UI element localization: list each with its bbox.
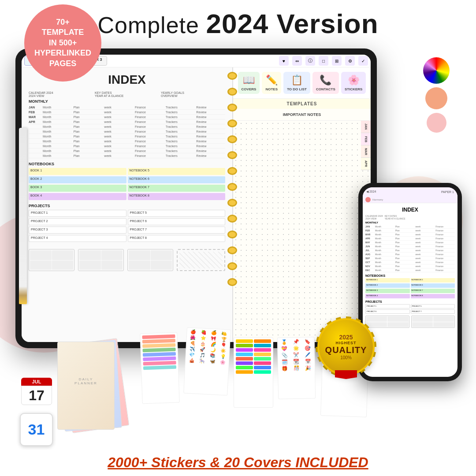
table-row: MonthPlanweekFinanceTrackersReview <box>29 153 225 158</box>
list-item: BOOK 3 <box>29 185 126 192</box>
list-item: NOTEBOOK 7 <box>128 185 226 192</box>
covers-tab[interactable]: 📖 COVERS <box>238 72 260 94</box>
table-row: MonthPlanweekFinanceTrackersReview <box>29 144 225 149</box>
list-item: NOTEBOOK 5 <box>128 168 226 175</box>
google-cal-number: 31 <box>28 421 45 438</box>
list-item: PROJECT 1 <box>29 210 126 217</box>
month-tab-mar[interactable]: MAR <box>361 145 371 158</box>
notes-tab[interactable]: ✏️ NOTES <box>262 72 281 94</box>
todo-tab[interactable]: 📋 TO DO LIST <box>283 72 310 94</box>
book-icon: 📖 <box>243 74 255 86</box>
list-item: PROJECT 8 <box>128 235 226 242</box>
badge-ribbon <box>335 370 357 379</box>
month-tab-apr[interactable]: APR <box>361 158 371 170</box>
toolbar-icons: ♥ ⇔ ⓘ □ ⊞ ⚙ ✓ <box>279 56 368 66</box>
month-tab-jan[interactable]: JAN <box>361 121 371 133</box>
icon-tabs-row: 📖 COVERS ✏️ NOTES 📋 TO DO LIST 📞 <box>233 67 371 99</box>
list-item: BOOK 2 <box>29 176 126 183</box>
projects-label: PROJECTS <box>29 204 225 208</box>
stickers-label: STICKERS <box>345 87 362 91</box>
projects-grid: PROJECT 1 PROJECT 5 PROJECT 2 PROJECT 6 … <box>29 210 225 242</box>
thumbnail-3 <box>127 249 173 271</box>
table-row: FEBMonthPlanweekFinanceTrackersReview <box>29 110 225 115</box>
info-icon[interactable]: ⓘ <box>305 56 315 66</box>
table-row: NOVMonthPlanweekFinance <box>365 264 455 268</box>
phone-logo <box>365 197 371 202</box>
table-row: MonthPlanweekFinanceTrackersReview <box>29 134 225 139</box>
calendar-month: JUL <box>21 378 52 386</box>
page-icon[interactable]: □ <box>319 56 328 66</box>
calendar-day: 17 <box>21 386 52 405</box>
notebook-fan: DAILYPLANNER <box>57 315 145 430</box>
contacts-label: CONTACTS <box>316 87 335 91</box>
bottom-text-content: 2000+ Stickers & 20 Covers INCLUDED <box>0 454 476 471</box>
list-item: NOTEBOOK 6 <box>128 176 226 183</box>
list-item: NOTEBOOK 8 <box>128 193 226 200</box>
sticker-sheet-1 <box>140 332 180 404</box>
notes-icon: ✏️ <box>266 74 278 86</box>
pink-circle <box>427 113 446 133</box>
sticker-sheet-4: 🏅📌🔖 💝🌟🎯 📎✂️🖊️ 🗓️📆📅 🎁🎊🎉 <box>277 337 316 399</box>
list-item: PROJECT 3 <box>29 227 126 234</box>
month-tab-feb[interactable]: FEB <box>361 133 371 145</box>
phone-projects-label: PROJECTS <box>365 300 455 303</box>
calendar-icon: JUL 17 <box>21 378 52 411</box>
important-notes-bar: IMPORTANT NOTES <box>233 109 371 121</box>
heart-icon[interactable]: ♥ <box>279 56 289 66</box>
notebooks-label: NOTEBOOKS <box>29 162 225 166</box>
grid-icon[interactable]: ⊞ <box>332 56 342 66</box>
table-row: JULMonthPlanweekFinance <box>365 249 455 253</box>
monthly-label: MONTHLY <box>29 99 225 104</box>
table-row: MonthPlanweekFinanceTrackersReview <box>29 124 225 129</box>
phone-nav-bar: Harmony <box>363 196 457 203</box>
bottom-cta: 2000+ Stickers & 20 Covers INCLUDED <box>0 454 476 471</box>
todo-icon: 📋 <box>291 74 303 86</box>
phone-notebooks-label: NOTEBOOKS <box>365 274 455 277</box>
list-item: BOOK 4 <box>29 193 126 200</box>
list-item: PROJECT 7 <box>128 227 226 234</box>
contacts-icon: 📞 <box>320 74 331 86</box>
list-item: PROJECT 5 <box>128 210 226 217</box>
table-row: AUGMonthPlanweekFinance <box>365 253 455 257</box>
list-item: BOOK 1 <box>29 168 126 175</box>
notebooks-grid: BOOK 1 NOTEBOOK 5 BOOK 2 NOTEBOOK 6 BOOK… <box>29 168 225 200</box>
table-row: SEPMonthPlanweekFinance <box>365 257 455 260</box>
check-icon[interactable]: ✓ <box>358 56 368 66</box>
covers-label: COVERS <box>242 87 257 91</box>
thumbnail-row <box>22 245 232 275</box>
table-row: MonthPlanweekFinanceTrackersReview <box>29 149 225 153</box>
link-icon[interactable]: ⇔ <box>292 56 302 66</box>
todo-label: TO DO LIST <box>287 87 307 91</box>
table-row: JANMonthPlanweekFinance <box>365 225 455 229</box>
thumbnail-1 <box>29 249 74 271</box>
sticker-sheet-3 <box>234 337 273 408</box>
contacts-tab[interactable]: 📞 CONTACTS <box>312 72 339 94</box>
list-item: PROJECT 4 <box>29 235 126 242</box>
thumbnail-4 <box>177 249 225 271</box>
quality-badge: 2025 HIGHEST QUALITY 100% <box>317 318 375 376</box>
notes-label: NOTES <box>265 87 278 91</box>
stickers-tab[interactable]: 🌸 STICKERS <box>341 72 366 94</box>
stylus-pencil <box>19 128 27 304</box>
table-row: MonthPlanweekFinanceTrackersReview <box>29 129 225 134</box>
phone-status-bar: ◀ 2024 PAPER 1 <box>363 187 457 196</box>
decorative-circles <box>423 57 450 133</box>
table-row: JANMonthPlanweekFinanceTrackersReview <box>29 105 225 110</box>
table-row: MARMonthPlanweekFinance <box>365 233 455 237</box>
table-row: APRMonthPlanweekFinanceTrackersReview <box>29 119 225 124</box>
thumbnail-2 <box>78 249 124 271</box>
table-row: DECMonthPlanweekFinance <box>365 268 455 272</box>
phone-screen: ◀ 2024 PAPER 1 Harmony INDEX CALENDAR 20… <box>363 187 457 377</box>
rainbow-circle <box>423 57 450 84</box>
peach-circle <box>425 87 447 109</box>
settings-icon[interactable]: ⚙ <box>345 56 355 66</box>
phone-index-title: INDEX <box>365 205 455 215</box>
phone-notebooks-grid: NOTEBOOK 1 NOTEBOOK 5 NOTEBOOK 2 NOTEBOO… <box>365 278 455 298</box>
phone-thumbnails <box>365 316 455 328</box>
phone-content: INDEX CALENDAR 20242024 VIEW KEY DATESYE… <box>363 203 457 377</box>
phone-projects-grid: PROJECT 1 PROJECT 5 PROJECT 6 PROJECT 7 <box>365 304 455 314</box>
badge-year: 2025 <box>339 334 353 341</box>
index-table: CALENDAR 20242024 VIEW KEY DATESYEAR AT … <box>22 89 232 245</box>
stickers-and-notebooks-area: DAILYPLANNER 🍎🍓🍊🍋 🌺⭐🎀🏆 🍕🎂🌈🎈 ✈️🚀🌙☀️ 💎🎵📚💡 … <box>57 284 353 430</box>
table-row: JUNMonthPlanweekFinance <box>365 245 455 249</box>
